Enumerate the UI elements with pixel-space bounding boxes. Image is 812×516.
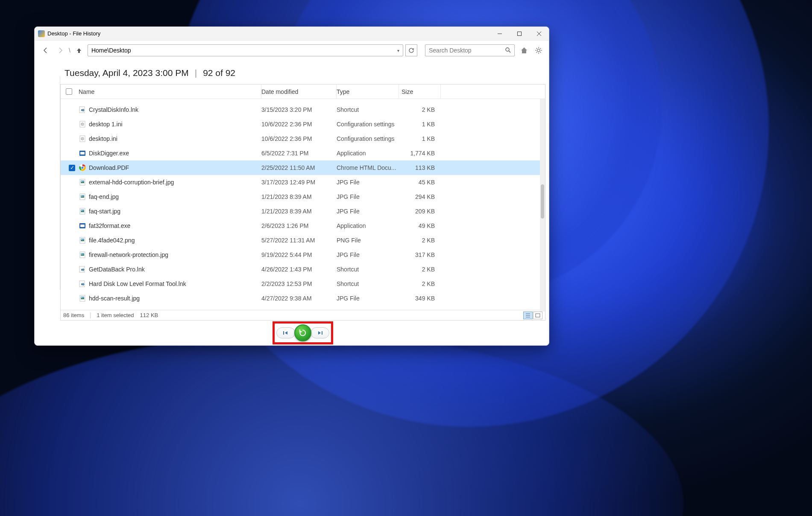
table-row[interactable]: file.4fade042.png5/27/2022 11:31 AMPNG F… xyxy=(61,233,545,248)
file-name: faq-end.jpg xyxy=(89,193,119,200)
file-name-cell[interactable]: Hard Disk Low Level Format Tool.lnk xyxy=(77,280,261,288)
thumbnails-view-button[interactable] xyxy=(533,312,542,319)
svg-line-5 xyxy=(509,51,510,52)
file-name: CrystalDiskInfo.lnk xyxy=(89,106,138,113)
file-name-cell[interactable]: fat32format.exe xyxy=(77,222,261,230)
svg-point-10 xyxy=(82,124,83,125)
file-size: 1 KB xyxy=(399,121,441,128)
file-name: external-hdd-corruption-brief.jpg xyxy=(89,179,174,186)
select-all-checkbox[interactable] xyxy=(61,88,77,95)
file-date: 4/26/2022 1:43 PM xyxy=(261,266,337,273)
table-row[interactable]: hdd-scan-result.jpg4/27/2022 9:38 AMJPG … xyxy=(61,291,545,306)
file-date: 3/17/2023 12:49 PM xyxy=(261,179,337,186)
file-name-cell[interactable]: desktop 1.ini xyxy=(77,120,261,128)
file-name: GetDataBack Pro.lnk xyxy=(89,266,145,273)
address-path: Home\Desktop xyxy=(91,47,131,54)
table-row[interactable]: faq-end.jpg1/21/2023 8:39 AMJPG File294 … xyxy=(61,189,545,204)
column-headers: Name ⌃ Date modified Type Size xyxy=(61,85,545,99)
file-name: Download.PDF xyxy=(89,164,129,171)
maximize-button[interactable] xyxy=(510,27,529,41)
snapshot-position: 92 of 92 xyxy=(203,68,235,78)
chevron-down-icon[interactable]: ▾ xyxy=(397,48,399,53)
shortcut-icon xyxy=(79,106,86,114)
jpg-icon xyxy=(79,251,86,259)
file-name-cell[interactable]: hdd-scan-result.jpg xyxy=(77,294,261,302)
column-date[interactable]: Date modified xyxy=(261,85,337,99)
details-view-button[interactable] xyxy=(523,312,533,319)
address-bar[interactable]: Home\Desktop ▾ xyxy=(88,44,403,56)
file-date: 10/6/2022 2:36 PM xyxy=(261,135,337,142)
svg-point-24 xyxy=(81,195,82,196)
settings-button[interactable] xyxy=(534,45,544,55)
file-name: DiskDigger.exe xyxy=(89,150,129,157)
home-button[interactable] xyxy=(519,45,529,55)
close-button[interactable] xyxy=(529,27,549,41)
back-button[interactable] xyxy=(40,44,52,56)
file-name-cell[interactable]: Download.PDF xyxy=(77,164,261,172)
file-name-cell[interactable]: faq-end.jpg xyxy=(77,193,261,201)
file-name-cell[interactable]: CrystalDiskInfo.lnk xyxy=(77,106,261,114)
search-input[interactable]: Search Desktop xyxy=(425,44,515,56)
column-type[interactable]: Type xyxy=(337,85,399,99)
exe-blue-icon xyxy=(79,149,86,157)
file-date: 4/27/2022 9:38 AM xyxy=(261,295,337,302)
titlebar[interactable]: Desktop - File History xyxy=(35,27,549,41)
file-type: JPG File xyxy=(337,295,399,302)
file-name-cell[interactable]: faq-start.jpg xyxy=(77,207,261,215)
table-row[interactable]: desktop.ini10/6/2022 2:36 PMConfiguratio… xyxy=(61,131,545,146)
table-row[interactable]: DiskDigger.exe6/5/2022 7:31 PMApplicatio… xyxy=(61,146,545,160)
table-row[interactable]: fat32format.exe2/6/2023 1:26 PMApplicati… xyxy=(61,219,545,233)
svg-point-27 xyxy=(81,210,82,211)
file-type: JPG File xyxy=(337,179,399,186)
next-version-button[interactable] xyxy=(311,327,329,338)
navigation-controls xyxy=(60,321,545,345)
file-type: Chrome HTML Docu... xyxy=(337,164,399,171)
file-rows: CrystalDiskInfo.lnk3/15/2023 3:20 PMShor… xyxy=(61,99,545,310)
table-row[interactable]: faq-start.jpg1/21/2023 8:39 AMJPG File20… xyxy=(61,204,545,219)
file-name-cell[interactable]: file.4fade042.png xyxy=(77,236,261,244)
up-button[interactable] xyxy=(73,44,85,56)
minimize-button[interactable] xyxy=(490,27,510,41)
jpg-icon xyxy=(79,193,86,201)
file-date: 3/15/2023 3:20 PM xyxy=(261,106,337,113)
selection-size: 112 KB xyxy=(140,312,158,318)
file-type: Shortcut xyxy=(337,266,399,273)
table-row[interactable]: CrystalDiskInfo.lnk3/15/2023 3:20 PMShor… xyxy=(61,102,545,117)
table-row[interactable]: Hard Disk Low Level Format Tool.lnk2/2/2… xyxy=(61,277,545,291)
svg-rect-44 xyxy=(536,314,540,317)
file-name-cell[interactable]: firewall-network-protection.jpg xyxy=(77,251,261,259)
table-row[interactable]: firewall-network-protection.jpg9/19/2022… xyxy=(61,248,545,262)
file-name-cell[interactable]: DiskDigger.exe xyxy=(77,149,261,157)
file-date: 10/6/2022 2:36 PM xyxy=(261,121,337,128)
file-name-cell[interactable]: desktop.ini xyxy=(77,135,261,143)
table-row[interactable]: GetDataBack Pro.lnk4/26/2022 1:43 PMShor… xyxy=(61,262,545,277)
jpg-icon xyxy=(79,178,86,186)
file-name-cell[interactable]: external-hdd-corruption-brief.jpg xyxy=(77,178,261,186)
restore-button[interactable] xyxy=(294,324,311,341)
column-name[interactable]: Name ⌃ xyxy=(77,85,261,99)
previous-version-button[interactable] xyxy=(276,327,295,338)
row-checkbox[interactable] xyxy=(61,165,77,171)
file-date: 2/2/2023 12:53 PM xyxy=(261,280,337,287)
vertical-scrollbar[interactable] xyxy=(540,99,545,312)
svg-rect-15 xyxy=(80,152,85,155)
refresh-button[interactable] xyxy=(405,44,417,56)
table-row-partial[interactable] xyxy=(61,99,545,102)
forward-button[interactable] xyxy=(54,44,66,56)
table-row[interactable]: desktop 1.ini10/6/2022 2:36 PMConfigurat… xyxy=(61,117,545,131)
ini-icon xyxy=(79,120,86,128)
scrollbar-thumb[interactable] xyxy=(541,184,544,219)
file-size: 2 KB xyxy=(399,280,441,287)
svg-point-32 xyxy=(81,239,82,240)
file-type: Application xyxy=(337,222,399,229)
svg-rect-29 xyxy=(80,224,85,227)
table-row[interactable]: Download.PDF2/25/2022 11:50 AMChrome HTM… xyxy=(61,160,545,175)
file-type: Shortcut xyxy=(337,280,399,287)
file-size: 1 KB xyxy=(399,135,441,142)
file-date: 1/21/2023 8:39 AM xyxy=(261,193,337,200)
column-size[interactable]: Size xyxy=(399,85,441,99)
table-row[interactable]: external-hdd-corruption-brief.jpg3/17/20… xyxy=(61,175,545,189)
file-name: desktop 1.ini xyxy=(89,121,123,128)
view-toggle xyxy=(523,312,542,319)
file-name-cell[interactable]: GetDataBack Pro.lnk xyxy=(77,265,261,273)
